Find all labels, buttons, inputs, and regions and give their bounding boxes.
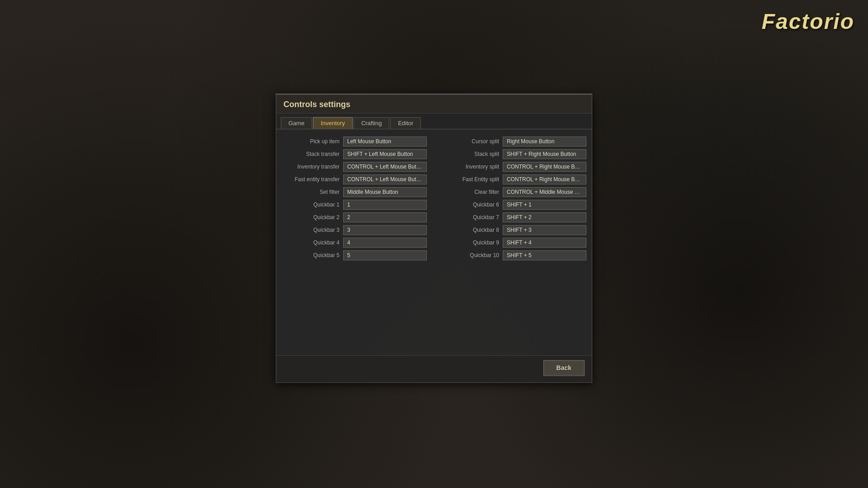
- left-column: Pick up item Left Mouse Button Stack tra…: [285, 136, 427, 263]
- label-clear-filter: Clear filter: [445, 189, 499, 195]
- input-quickbar-6[interactable]: SHIFT + 1: [503, 200, 586, 210]
- label-set-filter: Set filter: [285, 189, 340, 195]
- control-row: Quickbar 3 3: [285, 225, 427, 235]
- input-quickbar-7[interactable]: SHIFT + 2: [503, 212, 586, 222]
- control-row: Quickbar 5 5: [285, 250, 427, 260]
- input-fast-entity-split[interactable]: CONTROL + Right Mouse Button: [503, 174, 586, 184]
- label-fast-entity-transfer: Fast entity transfer: [285, 176, 340, 183]
- control-row: Quickbar 10 SHIFT + 5: [445, 250, 586, 260]
- input-cursor-split[interactable]: Right Mouse Button: [503, 136, 586, 146]
- control-row: Quickbar 7 SHIFT + 2: [445, 212, 586, 222]
- label-quickbar-2: Quickbar 2: [285, 214, 340, 221]
- input-quickbar-10[interactable]: SHIFT + 5: [503, 250, 586, 260]
- label-quickbar-8: Quickbar 8: [445, 227, 499, 233]
- label-stack-split: Stack split: [445, 151, 499, 157]
- game-logo: Factorio: [762, 9, 854, 34]
- label-quickbar-6: Quickbar 6: [445, 202, 499, 208]
- input-pick-up-item[interactable]: Left Mouse Button: [343, 136, 427, 146]
- input-fast-entity-transfer[interactable]: CONTROL + Left Mouse Button: [343, 174, 427, 184]
- label-stack-transfer: Stack transfer: [285, 151, 340, 157]
- control-row: Stack transfer SHIFT + Left Mouse Button: [285, 149, 427, 159]
- tab-editor[interactable]: Editor: [390, 117, 421, 129]
- control-row: Quickbar 1 1: [285, 200, 427, 210]
- label-quickbar-9: Quickbar 9: [445, 239, 499, 246]
- label-quickbar-1: Quickbar 1: [285, 202, 340, 208]
- input-quickbar-2[interactable]: 2: [343, 212, 427, 222]
- input-clear-filter[interactable]: CONTROL + Middle Mouse Button: [503, 187, 586, 197]
- label-cursor-split: Cursor split: [445, 138, 499, 145]
- input-inventory-transfer[interactable]: CONTROL + Left Mouse Button: [343, 162, 427, 172]
- label-fast-entity-split: Fast Entity split: [445, 176, 499, 183]
- right-column: Cursor split Right Mouse Button Stack sp…: [445, 136, 586, 263]
- control-row: Fast Entity split CONTROL + Right Mouse …: [445, 174, 586, 184]
- control-row: Set filter Middle Mouse Button: [285, 187, 427, 197]
- controls-grid: Pick up item Left Mouse Button Stack tra…: [285, 136, 583, 263]
- input-stack-split[interactable]: SHIFT + Right Mouse Button: [503, 149, 586, 159]
- input-stack-transfer[interactable]: SHIFT + Left Mouse Button: [343, 149, 427, 159]
- input-set-filter[interactable]: Middle Mouse Button: [343, 187, 427, 197]
- control-row: Cursor split Right Mouse Button: [445, 136, 586, 146]
- control-row: Quickbar 4 4: [285, 238, 427, 248]
- label-quickbar-4: Quickbar 4: [285, 239, 340, 246]
- control-row: Quickbar 2 2: [285, 212, 427, 222]
- tab-inventory[interactable]: Inventory: [313, 117, 352, 129]
- input-quickbar-4[interactable]: 4: [343, 238, 427, 248]
- label-pick-up-item: Pick up item: [285, 138, 340, 145]
- control-row: Clear filter CONTROL + Middle Mouse Butt…: [445, 187, 586, 197]
- label-quickbar-3: Quickbar 3: [285, 227, 340, 233]
- back-button[interactable]: Back: [543, 360, 585, 376]
- tab-bar: Game Inventory Crafting Editor: [276, 113, 592, 129]
- input-inventory-split[interactable]: CONTROL + Right Mouse Button: [503, 162, 586, 172]
- control-row: Pick up item Left Mouse Button: [285, 136, 427, 146]
- tab-game[interactable]: Game: [281, 117, 312, 129]
- input-quickbar-8[interactable]: SHIFT + 3: [503, 225, 586, 235]
- label-inventory-transfer: Inventory transfer: [285, 164, 340, 170]
- dialog-title: Controls settings: [276, 94, 592, 113]
- label-inventory-split: Inventory split: [445, 164, 499, 170]
- label-quickbar-5: Quickbar 5: [285, 252, 340, 258]
- tab-crafting[interactable]: Crafting: [354, 117, 390, 129]
- label-quickbar-10: Quickbar 10: [445, 252, 499, 258]
- controls-dialog: Controls settings Game Inventory Craftin…: [276, 94, 592, 383]
- input-quickbar-9[interactable]: SHIFT + 4: [503, 238, 586, 248]
- dialog-content: Pick up item Left Mouse Button Stack tra…: [276, 129, 592, 355]
- label-quickbar-7: Quickbar 7: [445, 214, 499, 221]
- control-row: Quickbar 9 SHIFT + 4: [445, 238, 586, 248]
- input-quickbar-5[interactable]: 5: [343, 250, 427, 260]
- control-row: Fast entity transfer CONTROL + Left Mous…: [285, 174, 427, 184]
- input-quickbar-1[interactable]: 1: [343, 200, 427, 210]
- control-row: Inventory split CONTROL + Right Mouse Bu…: [445, 162, 586, 172]
- input-quickbar-3[interactable]: 3: [343, 225, 427, 235]
- dialog-footer: Back: [276, 355, 592, 382]
- control-row: Quickbar 8 SHIFT + 3: [445, 225, 586, 235]
- control-row: Quickbar 6 SHIFT + 1: [445, 200, 586, 210]
- control-row: Stack split SHIFT + Right Mouse Button: [445, 149, 586, 159]
- control-row: Inventory transfer CONTROL + Left Mouse …: [285, 162, 427, 172]
